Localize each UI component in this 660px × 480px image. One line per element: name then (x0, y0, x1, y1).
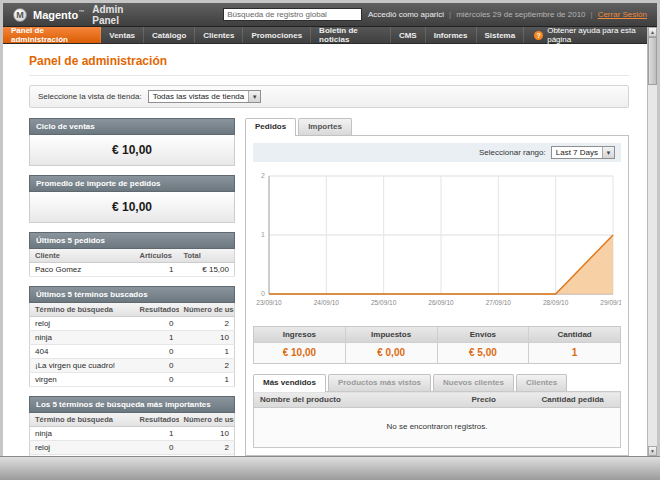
last-search-terms-table: Término de búsqueda Resultados Número de… (29, 303, 235, 387)
header-user-area: Accedió como aparici | miércoles 29 de s… (368, 10, 647, 19)
brand-suffix: Admin Panel (92, 4, 147, 26)
page-title: Panel de administración (29, 54, 629, 68)
logged-in-as: Accedió como aparici (368, 10, 444, 19)
svg-text:1: 1 (261, 231, 265, 238)
nav-item-boletin-noticias[interactable]: Boletín de noticias (311, 27, 391, 43)
store-view-bar: Seleccione la vista de tienda: Todas las… (29, 85, 629, 108)
nav-item-ventas[interactable]: Ventas (101, 27, 144, 43)
table-row[interactable]: ninja 1 10 (30, 427, 235, 441)
page-content: Panel de administración Seleccione la vi… (3, 44, 657, 456)
last-orders-table: Cliente Artículos Total Paco Gomez 1 € 1… (29, 249, 235, 277)
table-row[interactable]: reloj 0 2 (30, 317, 235, 331)
range-select[interactable]: Last 7 Days ▼ (551, 146, 615, 159)
svg-text:27/09/10: 27/09/10 (486, 299, 512, 306)
stat-ingresos: Ingresos € 10,00 (254, 327, 346, 363)
svg-text:26/09/10: 26/09/10 (428, 299, 454, 306)
empty-message: No se encontraron registros. (254, 408, 621, 448)
chevron-down-icon: ▼ (248, 91, 260, 102)
nav-item-cms[interactable]: CMS (391, 27, 426, 43)
global-search-input[interactable] (223, 8, 362, 21)
last-search-terms-block: Últimos 5 términos buscados Término de b… (29, 286, 235, 387)
chart-panel: Seleccionar rango: Last 7 Days ▼ 01223/0… (245, 135, 629, 456)
chart-area: 01223/09/1024/09/1025/09/1026/09/1027/09… (253, 168, 621, 318)
svg-text:0: 0 (261, 290, 265, 297)
help-icon: ? (534, 31, 543, 40)
help-link[interactable]: ? Obtener ayuda para esta página (524, 27, 657, 43)
nav-item-sistema[interactable]: Sistema (477, 27, 525, 43)
main-nav: Panel de administración Ventas Catálogo … (3, 27, 657, 44)
brand-name: Magento™ (33, 9, 84, 21)
svg-text:28/09/10: 28/09/10 (543, 299, 569, 306)
scrollbar-thumb[interactable] (648, 37, 657, 85)
chart-tabs: Pedidos Importes (245, 118, 629, 135)
table-row[interactable]: reloj 0 2 (30, 441, 235, 455)
logout-link[interactable]: Cerrar Sesión (598, 10, 647, 19)
table-row[interactable]: ninja 1 10 (30, 331, 235, 345)
tab-pedidos[interactable]: Pedidos (245, 118, 296, 136)
stat-impuestos: Impuestos € 0,00 (346, 327, 438, 363)
magento-admin-app: M Magento™ Admin Panel Accedió como apar… (3, 3, 657, 456)
tab-productos-mas-vistos[interactable]: Productos más vistos (328, 374, 431, 391)
tab-mas-vendidos[interactable]: Más vendidos (253, 374, 326, 392)
svg-text:23/09/10: 23/09/10 (256, 299, 282, 306)
empty-row: No se encontraron registros. (254, 408, 621, 448)
products-table: Nombre del producto Precio Cantidad pedi… (253, 391, 621, 448)
title-divider (29, 75, 629, 76)
tab-nuevos-clientes[interactable]: Nuevos clientes (433, 374, 514, 391)
left-column: Ciclo de ventas € 10,00 Promedio de impo… (29, 118, 235, 456)
nav-item-catalogo[interactable]: Catálogo (144, 27, 195, 43)
top-header: M Magento™ Admin Panel Accedió como apar… (3, 3, 657, 27)
stat-cantidad: Cantidad 1 (529, 327, 620, 363)
nav-item-dashboard[interactable]: Panel de administración (3, 27, 101, 43)
tab-importes[interactable]: Importes (298, 118, 352, 135)
magento-logo-icon: M (13, 8, 27, 22)
top-search-terms-table: Término de búsqueda Resultados Número de… (29, 413, 235, 456)
svg-text:2: 2 (261, 172, 265, 179)
svg-text:25/09/10: 25/09/10 (371, 299, 397, 306)
browser-viewport: M Magento™ Admin Panel Accedió como apar… (0, 0, 660, 480)
svg-text:29/09/10: 29/09/10 (600, 299, 621, 306)
products-tabs: Más vendidos Productos más vistos Nuevos… (253, 374, 621, 391)
lifetime-sales-value: € 10,00 (29, 135, 235, 166)
dashboard-columns: Ciclo de ventas € 10,00 Promedio de impo… (29, 118, 629, 456)
stat-envios: Envíos € 5,00 (438, 327, 530, 363)
totals-bar: Ingresos € 10,00 Impuestos € 0,00 Envíos… (253, 326, 621, 364)
scroll-up-icon[interactable]: ▲ (648, 27, 657, 37)
last-orders-block: Últimos 5 pedidos Cliente Artículos Tota… (29, 232, 235, 277)
top-search-terms-block: Los 5 términos de búsqueda más important… (29, 396, 235, 456)
average-orders-block: Promedio de importe de pedidos € 10,00 (29, 175, 235, 223)
store-view-label: Seleccione la vista de tienda: (38, 92, 142, 101)
scrollbar[interactable]: ▲ ▼ (647, 27, 657, 456)
status-bar (0, 456, 660, 480)
store-view-select[interactable]: Todas las vistas de tienda ▼ (148, 90, 262, 103)
average-orders-value: € 10,00 (29, 192, 235, 223)
nav-item-informes[interactable]: Informes (426, 27, 477, 43)
tab-clientes[interactable]: Clientes (516, 374, 567, 391)
chevron-down-icon: ▼ (602, 147, 614, 158)
nav-item-promociones[interactable]: Promociones (243, 27, 311, 43)
nav-item-clientes[interactable]: Clientes (195, 27, 243, 43)
svg-text:24/09/10: 24/09/10 (314, 299, 340, 306)
range-bar: Seleccionar rango: Last 7 Days ▼ (253, 143, 621, 162)
lifetime-sales-block: Ciclo de ventas € 10,00 (29, 118, 235, 166)
range-label: Seleccionar rango: (479, 148, 546, 157)
right-column: Pedidos Importes Seleccionar rango: Last… (245, 118, 629, 456)
table-row[interactable]: Paco Gomez 1 € 15,00 (30, 263, 235, 277)
table-row[interactable]: virgen 0 1 (30, 373, 235, 387)
table-row[interactable]: ¡La virgen que cuadro! 0 2 (30, 359, 235, 373)
current-date: miércoles 29 de septiembre de 2010 (456, 10, 585, 19)
table-row[interactable]: 404 0 1 (30, 345, 235, 359)
scroll-down-icon[interactable]: ▼ (648, 446, 657, 456)
orders-area-chart: 01223/09/1024/09/1025/09/1026/09/1027/09… (253, 168, 621, 318)
